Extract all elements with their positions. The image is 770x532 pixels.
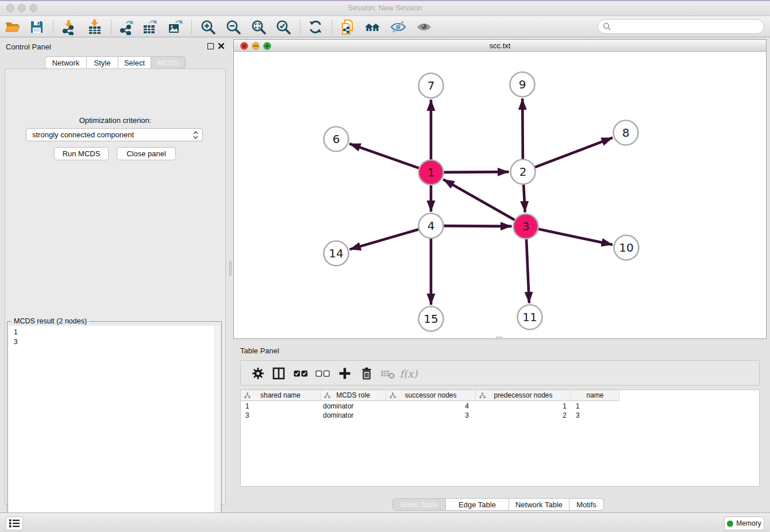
memory-button[interactable]: Memory (724, 516, 764, 530)
first-neighbors-icon[interactable] (363, 18, 382, 36)
graph-node-6[interactable]: 6 (324, 127, 349, 152)
import-table-icon[interactable] (85, 18, 105, 36)
graph-node-14[interactable]: 14 (324, 241, 349, 266)
graph-node-label: 15 (424, 312, 438, 326)
export-image-icon[interactable] (165, 18, 185, 36)
window-title: Session: New Session (0, 3, 770, 12)
memory-status-icon (727, 521, 733, 527)
select-all-columns-icon[interactable] (292, 365, 310, 382)
column-header-name[interactable]: name (571, 390, 619, 401)
graph-node-label: 8 (622, 126, 630, 140)
tree-icon (479, 392, 486, 399)
table-settings-gear-icon[interactable] (249, 365, 267, 382)
graph-node-9[interactable]: 9 (510, 72, 535, 97)
tab-network[interactable]: Network (45, 56, 87, 69)
zoom-in-icon[interactable] (198, 18, 218, 36)
tab-style[interactable]: Style (87, 56, 118, 69)
tab-mcds[interactable]: MCDS (151, 56, 186, 69)
graph-node-label: 11 (522, 310, 537, 324)
toolbar-separator (332, 20, 332, 34)
close-panel-icon[interactable] (218, 43, 225, 49)
graph-edge-4-14[interactable] (350, 229, 419, 249)
create-column-plus-icon[interactable] (336, 365, 354, 382)
import-network-icon[interactable] (59, 18, 78, 36)
search-field[interactable] (598, 19, 764, 34)
table-panel: Table Panel (233, 342, 767, 510)
dropdown-stepper-icon (192, 130, 199, 140)
table-row[interactable]: 3 dominator 3 2 3 (241, 411, 760, 421)
graph-edge-2-3[interactable] (523, 184, 525, 212)
close-panel-button[interactable]: Close panel (117, 147, 176, 160)
tab-node-table[interactable]: Node Table (392, 498, 446, 511)
result-scrollbar[interactable] (214, 326, 220, 532)
main-toolbar (0, 16, 770, 37)
open-file-icon[interactable] (3, 18, 22, 36)
graph-edge-4-3[interactable] (443, 226, 511, 226)
save-session-icon[interactable] (27, 18, 47, 36)
result-line: 3 (14, 337, 214, 347)
panel-splitter-handle[interactable] (229, 261, 232, 276)
zoom-selected-icon[interactable] (274, 18, 293, 36)
cell-predecessor-nodes: 1 (476, 402, 567, 410)
tab-edge-table[interactable]: Edge Table (446, 498, 509, 511)
graph-node-11[interactable]: 11 (518, 305, 542, 330)
tab-motifs[interactable]: Motifs (569, 498, 604, 511)
graph-node-label: 3 (522, 219, 530, 233)
graph-edge-3-1[interactable] (443, 179, 515, 220)
graph-node-4[interactable]: 4 (419, 214, 444, 238)
graph-edge-3-11[interactable] (526, 238, 529, 303)
graph-node-2[interactable]: 2 (511, 160, 536, 184)
cell-name: 3 (576, 411, 580, 419)
graph-node-label: 10 (619, 241, 633, 255)
run-mcds-button[interactable]: Run MCDS (54, 147, 109, 160)
graph-node-10[interactable]: 10 (614, 236, 639, 260)
graph-edge-1-2[interactable] (443, 172, 509, 172)
column-header-predecessor-nodes[interactable]: predecessor nodes (476, 390, 571, 401)
search-input[interactable] (611, 21, 764, 32)
optimization-criterion-label: Optimization criterion: (0, 116, 230, 125)
optimization-criterion-dropdown[interactable]: strongly connected component (26, 128, 203, 141)
zoom-fit-icon[interactable] (249, 18, 268, 36)
toolbar-separator (191, 20, 192, 34)
hide-selected-icon[interactable] (388, 18, 408, 36)
network-window-titlebar[interactable]: scc.txt (234, 40, 766, 52)
cell-name: 1 (576, 402, 580, 410)
graph-node-8[interactable]: 8 (614, 121, 638, 145)
network-canvas[interactable]: 7968124314101511 (234, 52, 766, 338)
graph-node-label: 1 (428, 165, 435, 179)
tab-network-table[interactable]: Network Table (509, 498, 569, 511)
table-row[interactable]: 1 dominator 4 1 1 (241, 402, 760, 411)
column-header-successor-nodes[interactable]: successor nodes (386, 390, 476, 401)
export-network-icon[interactable] (116, 18, 136, 36)
graph-edge-3-10[interactable] (538, 229, 613, 244)
graph-node-1[interactable]: 1 (419, 160, 444, 185)
column-header-shared-name[interactable]: shared name (241, 390, 321, 401)
graph-node-label: 6 (333, 132, 340, 146)
graph-edge-2-8[interactable] (534, 138, 613, 168)
function-builder-icon-disabled: f(x) (399, 365, 418, 382)
tab-select[interactable]: Select (118, 56, 151, 69)
zoom-out-icon[interactable] (224, 18, 243, 36)
deselect-all-columns-icon[interactable] (314, 365, 332, 382)
cell-shared-name: 1 (245, 402, 249, 410)
graph-node-7[interactable]: 7 (419, 74, 444, 98)
refresh-layout-icon[interactable] (306, 18, 325, 36)
show-all-icon[interactable] (414, 18, 434, 36)
network-resize-handle[interactable] (496, 337, 502, 340)
task-history-button[interactable] (6, 516, 23, 530)
export-table-icon[interactable] (140, 18, 160, 36)
show-columns-icon[interactable] (270, 365, 288, 382)
delete-rows-trash-icon[interactable] (357, 365, 376, 382)
column-header-mcds-role[interactable]: MCDS role (321, 390, 386, 401)
graph-edge-2-9[interactable] (522, 98, 523, 159)
cell-mcds-role: dominator (323, 411, 353, 419)
graph-node-15[interactable]: 15 (419, 307, 444, 331)
float-panel-icon[interactable] (207, 43, 214, 49)
graph-edge-1-6[interactable] (349, 144, 419, 168)
clone-network-icon[interactable] (338, 18, 357, 36)
mcds-result-text[interactable]: 1 3 (9, 326, 214, 532)
dropdown-value: strongly connected component (32, 130, 134, 139)
table-panel-title: Table Panel (240, 346, 279, 355)
graph-node-3[interactable]: 3 (514, 214, 538, 239)
mcds-result-title: MCDS result (2 nodes) (11, 317, 89, 325)
